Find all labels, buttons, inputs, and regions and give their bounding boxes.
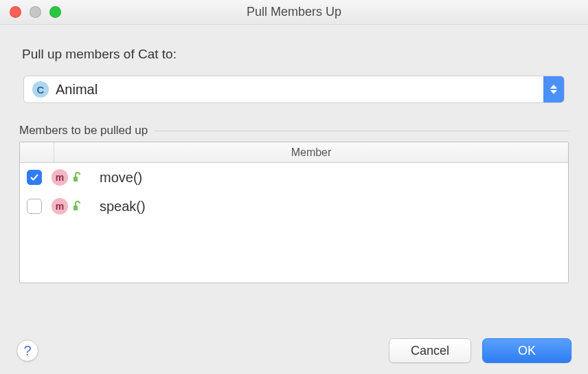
members-table: Member m move() m xyxy=(19,142,569,283)
dropdown-arrows-icon xyxy=(543,76,564,102)
window-controls xyxy=(0,6,61,18)
svg-rect-3 xyxy=(74,206,78,210)
svg-marker-1 xyxy=(550,90,557,94)
titlebar: Pull Members Up xyxy=(0,0,588,25)
members-section-header: Members to be pulled up xyxy=(19,124,569,138)
svg-rect-2 xyxy=(74,177,78,182)
row-checkbox[interactable] xyxy=(27,170,42,185)
visibility-icon xyxy=(72,172,83,183)
table-row[interactable]: m speak() xyxy=(20,192,568,221)
cancel-button[interactable]: Cancel xyxy=(389,338,471,363)
class-icon: C xyxy=(32,81,49,98)
window-close-button[interactable] xyxy=(10,6,21,18)
target-class-dropdown[interactable]: C Animal xyxy=(23,76,565,103)
ok-button[interactable]: OK xyxy=(482,338,572,363)
members-section-label: Members to be pulled up xyxy=(19,124,148,138)
member-column-header: Member xyxy=(54,146,568,159)
dialog-footer: ? Cancel OK xyxy=(0,327,588,374)
help-button[interactable]: ? xyxy=(16,340,38,362)
window-minimize-button[interactable] xyxy=(30,6,41,18)
window-title: Pull Members Up xyxy=(0,5,588,19)
member-name: speak() xyxy=(100,199,146,214)
svg-marker-0 xyxy=(550,85,557,89)
method-icon: m xyxy=(52,198,68,214)
prompt-label: Pull up members of Cat to: xyxy=(22,47,569,62)
method-icon: m xyxy=(52,169,68,186)
row-checkbox[interactable] xyxy=(27,199,42,214)
member-name: move() xyxy=(100,170,142,186)
button-row: Cancel OK xyxy=(389,338,572,363)
dropdown-selected-label: Animal xyxy=(56,82,98,98)
divider xyxy=(155,131,569,131)
visibility-icon xyxy=(72,201,83,212)
window-zoom-button[interactable] xyxy=(49,6,61,18)
checkbox-column-header xyxy=(20,142,54,162)
table-body: m move() m speak() xyxy=(20,163,568,221)
table-header: Member xyxy=(20,142,568,163)
table-row[interactable]: m move() xyxy=(20,163,568,192)
